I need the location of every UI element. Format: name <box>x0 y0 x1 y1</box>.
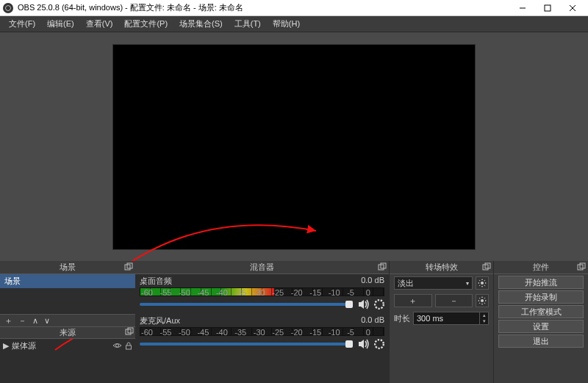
controls-body: 开始推流开始录制工作室模式设置退出 <box>494 274 588 383</box>
duration-value: 300 ms <box>417 314 443 323</box>
popout-icon[interactable] <box>123 262 134 272</box>
volume-slider[interactable] <box>140 303 354 306</box>
scenes-panel: 场景 场景 <box>0 261 135 314</box>
sources-panel: ＋ － ∧ ∨ 来源 ▶ 媒体源 <box>0 314 135 383</box>
stepper-down-icon[interactable]: ▾ <box>479 318 488 324</box>
speaker-icon[interactable] <box>358 339 370 349</box>
add-source-button[interactable]: ＋ <box>4 315 12 326</box>
sources-title: 来源 <box>60 327 76 338</box>
scenes-list[interactable]: 场景 <box>0 274 135 313</box>
control-button[interactable]: 设置 <box>498 320 584 333</box>
channel-db: 0.0 dB <box>361 276 384 287</box>
move-down-button[interactable]: ∨ <box>44 316 50 326</box>
close-button[interactable] <box>560 0 585 16</box>
volume-slider[interactable] <box>140 343 354 346</box>
svg-point-11 <box>378 343 381 346</box>
lock-icon[interactable] <box>125 342 132 350</box>
transitions-body: 淡出 ▾ ＋ － 时长 300 ms ▴▾ <box>390 274 493 383</box>
gear-icon[interactable] <box>374 299 384 309</box>
preview-area <box>0 32 588 261</box>
preview-canvas[interactable] <box>112 44 476 250</box>
transition-select[interactable]: 淡出 ▾ <box>394 276 473 290</box>
menu-edit[interactable]: 编辑(E) <box>41 17 80 31</box>
app-icon <box>3 3 13 13</box>
scene-item[interactable]: 场景 <box>0 274 135 288</box>
expand-icon[interactable]: ▶ <box>3 341 9 351</box>
sources-header[interactable]: 来源 <box>0 327 135 339</box>
menu-profile[interactable]: 配置文件(P) <box>118 17 173 31</box>
channel-name: 麦克风/Aux <box>140 315 361 326</box>
menu-view[interactable]: 查看(V) <box>80 17 119 31</box>
chevron-down-icon: ▾ <box>466 280 469 287</box>
window-title: OBS 25.0.8 (64-bit, windows) - 配置文件: 未命名… <box>18 2 510 13</box>
controls-header[interactable]: 控件 <box>494 261 588 274</box>
visibility-icon[interactable] <box>112 342 122 350</box>
mixer-title: 混音器 <box>250 262 274 273</box>
popout-icon[interactable] <box>125 327 134 336</box>
menu-scene-collection[interactable]: 场景集合(S) <box>173 17 229 31</box>
vu-meter: -60-55-50-45-40-35-30-25-20-15-10-50 <box>140 327 384 336</box>
svg-point-16 <box>481 299 484 302</box>
scenes-title: 场景 <box>60 262 76 273</box>
duration-input[interactable]: 300 ms ▴▾ <box>413 312 489 325</box>
scenes-header[interactable]: 场景 <box>0 261 135 274</box>
svg-point-9 <box>378 303 381 307</box>
transition-properties-button[interactable] <box>476 294 489 307</box>
transitions-header[interactable]: 转场特效 <box>390 261 493 274</box>
control-button[interactable]: 工作室模式 <box>498 305 584 318</box>
svg-rect-0 <box>545 5 551 11</box>
channel-db: 0.0 dB <box>361 315 384 326</box>
maximize-button[interactable] <box>535 0 560 16</box>
sources-list[interactable]: ▶ 媒体源 <box>0 339 135 383</box>
popout-icon[interactable] <box>377 262 387 272</box>
mixer-panel: 混音器 桌面音频0.0 dB-60-55-50-45-40-35-30-25-2… <box>135 261 390 383</box>
controls-title: 控件 <box>533 262 549 273</box>
menu-help[interactable]: 帮助(H) <box>267 17 306 31</box>
transition-current: 淡出 <box>398 278 414 289</box>
popout-icon[interactable] <box>481 262 492 272</box>
transition-settings-button[interactable] <box>476 276 489 290</box>
dock: 场景 场景 ＋ － ∧ ∨ 来源 ▶ 媒体源 <box>0 261 588 383</box>
vu-meter: -60-55-50-45-40-35-30-25-20-15-10-50 <box>140 287 384 296</box>
control-button[interactable]: 开始推流 <box>498 276 584 289</box>
mixer-channel: 麦克风/Aux0.0 dB-60-55-50-45-40-35-30-25-20… <box>135 314 389 354</box>
control-button[interactable]: 开始录制 <box>498 290 584 304</box>
add-transition-button[interactable]: ＋ <box>394 294 432 307</box>
transitions-panel: 转场特效 淡出 ▾ ＋ － 时长 300 ms <box>390 261 494 383</box>
sources-toolbar: ＋ － ∧ ∨ <box>0 314 135 327</box>
svg-point-5 <box>116 344 119 347</box>
menu-file[interactable]: 文件(F) <box>3 17 41 31</box>
popout-icon[interactable] <box>576 262 587 272</box>
channel-name: 桌面音频 <box>140 276 361 287</box>
source-item[interactable]: ▶ 媒体源 <box>0 339 135 353</box>
transitions-title: 转场特效 <box>426 262 458 273</box>
controls-panel: 控件 开始推流开始录制工作室模式设置退出 <box>494 261 588 383</box>
window-buttons <box>510 0 585 16</box>
remove-transition-button[interactable]: － <box>435 294 473 307</box>
control-button[interactable]: 退出 <box>498 334 584 348</box>
mixer-channel: 桌面音频0.0 dB-60-55-50-45-40-35-30-25-20-15… <box>135 274 389 314</box>
speaker-icon[interactable] <box>358 299 370 309</box>
menu-tools[interactable]: 工具(T) <box>229 17 267 31</box>
titlebar: OBS 25.0.8 (64-bit, windows) - 配置文件: 未命名… <box>0 0 588 16</box>
svg-rect-6 <box>126 346 132 349</box>
stepper-up-icon[interactable]: ▴ <box>479 312 488 318</box>
svg-point-15 <box>481 282 484 284</box>
source-label: 媒体源 <box>12 340 36 351</box>
menubar: 文件(F) 编辑(E) 查看(V) 配置文件(P) 场景集合(S) 工具(T) … <box>0 16 588 32</box>
gear-icon[interactable] <box>374 339 384 349</box>
mixer-body: 桌面音频0.0 dB-60-55-50-45-40-35-30-25-20-15… <box>135 274 389 383</box>
duration-label: 时长 <box>394 313 410 324</box>
minimize-button[interactable] <box>510 0 535 16</box>
mixer-header[interactable]: 混音器 <box>135 261 389 274</box>
move-up-button[interactable]: ∧ <box>32 316 38 326</box>
remove-source-button[interactable]: － <box>18 315 26 326</box>
